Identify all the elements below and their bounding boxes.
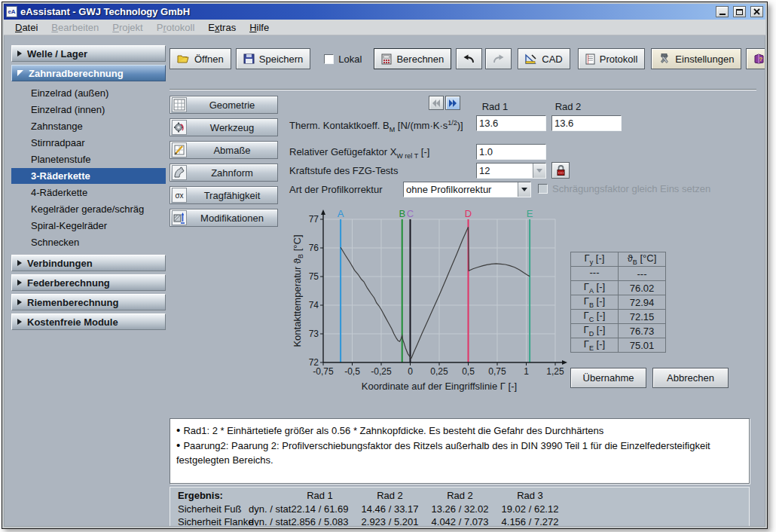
protocol-button[interactable]: Protokoll [578, 48, 646, 69]
help-button[interactable]: ? Hilfe [746, 48, 765, 69]
sidebar-item-4-raederkette[interactable]: 4-Räderkette [11, 185, 166, 200]
modification-icon [172, 210, 187, 225]
sidebar-group-welle-lager[interactable]: Welle / Lager [11, 45, 166, 62]
contact-temperature-chart: ABCDE-0,75-0,5-0,2500,250,50,7511,257273… [293, 209, 570, 396]
chevron-right-icon [17, 299, 22, 305]
open-button[interactable]: Öffnen [170, 48, 231, 69]
sidebar-group-federberechnung[interactable]: Federberechnung [11, 274, 166, 291]
svg-text:76: 76 [309, 243, 319, 253]
redo-button [485, 48, 512, 69]
chevron-right-icon [17, 50, 22, 57]
sidebar-group-kostenfreie-module[interactable]: Kostenfreie Module [11, 313, 166, 330]
svg-text:-0,5: -0,5 [344, 366, 360, 377]
svg-text:74: 74 [309, 300, 319, 310]
apply-button[interactable]: Übernahme [570, 368, 646, 388]
sidebar-group-riemenberechnung[interactable]: Riemenberechnung [11, 294, 166, 310]
calculate-button[interactable]: Berechnen [374, 48, 451, 69]
sidebar-item-kegelraeder[interactable]: Kegelräder gerade/schräg [11, 201, 166, 217]
zahnform-button[interactable]: Zahnform [170, 164, 278, 182]
profilkorrektur-label: Art der Profilkorrektur [289, 182, 383, 197]
geometry-grid-icon [172, 97, 187, 112]
sidebar-item-schnecken[interactable]: Schnecken [11, 234, 166, 250]
gefuegefaktor-input[interactable] [476, 144, 546, 160]
abmasse-button[interactable]: Abmaße [170, 141, 278, 159]
svg-text:77: 77 [309, 214, 319, 225]
chevron-right-icon [17, 319, 22, 325]
table-row: ΓE [-] 75.01 [571, 338, 666, 353]
lock-button[interactable] [551, 162, 570, 179]
toolbar: Öffnen Speichern Lokal Berechnen [170, 48, 765, 69]
gamma-temperature-table: Γy [-] ϑB [°C] --- --- ΓA [-] 76.02 ΓB [… [570, 252, 666, 353]
warning-message: Paarung2: Paarung 2: Profilverschiebungs… [176, 438, 743, 467]
settings-button[interactable]: Einstellungen [651, 48, 741, 69]
sidebar-items: Einzelrad (außen) Einzelrad (innen) Zahn… [11, 85, 166, 250]
dropdown-arrow-icon [533, 164, 545, 178]
toothform-gear-icon [172, 165, 187, 180]
svg-text:0,5: 0,5 [462, 366, 475, 377]
sidebar-item-einzelrad-innen[interactable]: Einzelrad (innen) [11, 102, 166, 118]
sidebar-item-einzelrad-aussen[interactable]: Einzelrad (außen) [11, 85, 166, 101]
svg-text:D: D [465, 209, 472, 219]
menu-hilfe[interactable]: Hilfe [243, 20, 276, 35]
svg-text:1,25: 1,25 [546, 366, 564, 377]
calculator-icon [381, 54, 392, 65]
menu-datei[interactable]: Datei [8, 20, 44, 35]
svg-text:B: B [399, 209, 405, 219]
main-content: Welle / Lager Zahnradberechnung Einzelra… [4, 35, 765, 527]
cad-button[interactable]: CAD [518, 48, 570, 69]
warning-box: Rad1: 2 * Einhärtetiefe größer als 0.56 … [170, 418, 750, 484]
tool-gear-icon [172, 120, 187, 135]
save-button[interactable]: Speichern [236, 48, 311, 69]
maximize-icon [736, 9, 743, 15]
settings-tools-icon [658, 54, 671, 65]
next-page-button[interactable] [445, 96, 460, 110]
sidebar-item-spiral-kegelraeder[interactable]: Spiral-Kegelräder [11, 218, 166, 234]
prev-page-button [429, 96, 444, 110]
menu-projekt: Projekt [105, 20, 149, 35]
close-button[interactable] [750, 6, 763, 17]
table-header-row: Γy [-] ϑB [°C] [571, 252, 666, 267]
sidebar-group-verbindungen[interactable]: Verbindungen [11, 255, 166, 271]
svg-text:Kontakttemperatur ϑB [°C]: Kontakttemperatur ϑB [°C] [293, 234, 304, 347]
app-window: eA eAssistant - GWJ Technology GmbH Date… [2, 2, 768, 529]
menu-bearbeiten: Bearbeiten [44, 20, 105, 35]
sidebar-group-zahnradberechnung[interactable]: Zahnradberechnung [11, 65, 166, 81]
werkzeug-button[interactable]: Werkzeug [170, 118, 278, 136]
modifikationen-button[interactable]: Modifikationen [170, 209, 278, 227]
table-row: ΓA [-] 76.02 [571, 281, 666, 295]
therm-rad1-input[interactable] [476, 115, 546, 131]
tragfaehigkeit-button[interactable]: σx Tragfähigkeit [170, 186, 278, 204]
schraegungsfaktor-label: Schrägungsfaktor gleich Eins setzen [552, 183, 710, 194]
chevrons-left-icon [432, 99, 441, 108]
maximize-button[interactable] [733, 6, 746, 17]
sidebar: Welle / Lager Zahnradberechnung Einzelra… [11, 45, 166, 333]
svg-text:Koordinate auf der Eingriffsli: Koordinate auf der Eingriffslinie Γ [-] [362, 381, 517, 392]
window-title: eAssistant - GWJ Technology GmbH [20, 6, 711, 17]
local-checkbox[interactable] [324, 54, 334, 64]
sidebar-item-zahnstange[interactable]: Zahnstange [11, 118, 166, 134]
svg-text:-0,75: -0,75 [313, 366, 334, 377]
cancel-button[interactable]: Abbrechen [652, 368, 729, 388]
menu-extras[interactable]: Extras [201, 20, 243, 35]
local-checkbox-group: Lokal [324, 54, 362, 65]
table-row: ΓC [-] 72.15 [571, 310, 666, 324]
svg-text:75: 75 [309, 271, 319, 282]
minimize-icon [719, 14, 726, 15]
profilkorrektur-select[interactable]: ohne Profilkorrektur [403, 182, 531, 197]
help-book-icon: ? [753, 54, 765, 64]
svg-text:1: 1 [524, 366, 529, 377]
therm-kontaktkoeff-label: Therm. Kontaktkoeff. BM [N/(mm·K·s1/2)] [289, 115, 463, 131]
rad1-column-header: Rad 1 [461, 101, 529, 112]
svg-text:σx: σx [175, 191, 183, 200]
sidebar-item-planetenstufe[interactable]: Planetenstufe [11, 151, 166, 167]
warning-message: Rad1: 2 * Einhärtetiefe größer als 0.56 … [176, 423, 743, 438]
redo-icon [492, 54, 505, 64]
undo-button[interactable] [456, 48, 482, 69]
geometrie-button[interactable]: Geometrie [170, 96, 278, 114]
minimize-button[interactable] [716, 6, 729, 17]
menu-bar: Datei Bearbeiten Projekt Protokoll Extra… [4, 20, 765, 35]
sidebar-item-stirnradpaar[interactable]: Stirnradpaar [11, 135, 166, 151]
sidebar-item-3-raederkette[interactable]: 3-Räderkette [11, 168, 166, 184]
svg-text:0,75: 0,75 [488, 366, 506, 377]
therm-rad2-input[interactable] [551, 115, 622, 131]
